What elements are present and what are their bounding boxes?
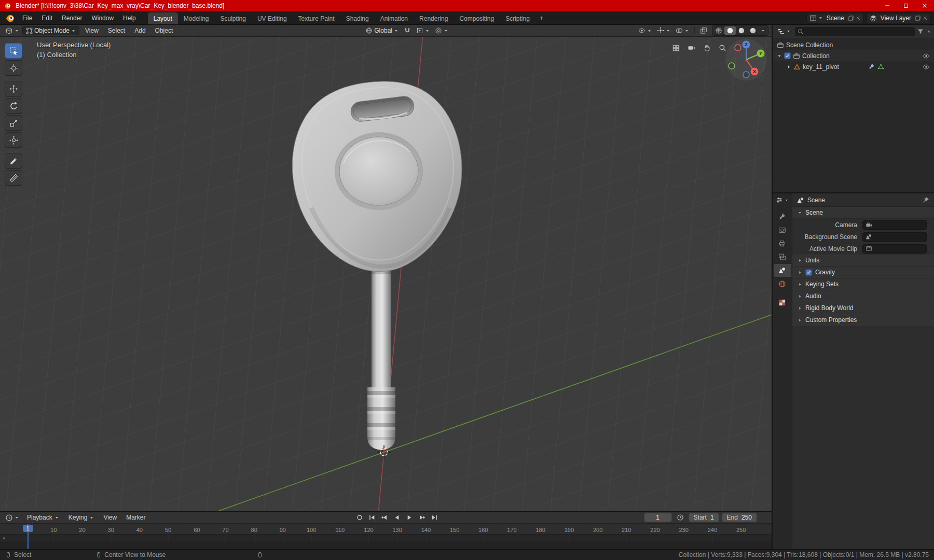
section-units[interactable]: Units (792, 255, 934, 267)
play-button[interactable] (404, 513, 415, 522)
tool-scale[interactable] (5, 115, 22, 131)
tab-scripting[interactable]: Scripting (500, 12, 535, 24)
tab-layout[interactable]: Layout (148, 12, 178, 24)
new-scene-button[interactable] (848, 15, 854, 21)
timeline-menu-view[interactable]: View (99, 512, 121, 523)
timeline-menu-marker[interactable]: Marker (121, 512, 150, 523)
add-workspace-button[interactable]: + (535, 12, 547, 24)
collection-visibility-toggle[interactable] (923, 52, 930, 60)
properties-tab-tool[interactable] (774, 210, 791, 223)
filter-icon[interactable] (917, 28, 924, 35)
object-visibility-toggle[interactable] (923, 63, 930, 71)
play-reverse-button[interactable] (391, 513, 403, 522)
menu-edit[interactable]: Edit (37, 13, 57, 23)
current-frame-indicator[interactable]: 1 (23, 525, 33, 532)
object-expand-icon[interactable] (786, 64, 791, 69)
properties-tab-view-layer[interactable] (774, 250, 791, 263)
tab-texture-paint[interactable]: Texture Paint (293, 12, 340, 24)
shading-solid-button[interactable] (724, 26, 736, 35)
menu-render[interactable]: Render (57, 13, 87, 23)
section-scene[interactable]: Scene (792, 207, 934, 219)
collapse-panel-icon[interactable] (926, 29, 931, 34)
snap-toggle[interactable] (402, 26, 413, 35)
object-visibility-dropdown[interactable] (636, 26, 654, 35)
field-active-movie-clip-input[interactable] (862, 244, 927, 254)
shading-material-button[interactable] (736, 26, 747, 35)
outliner-search[interactable] (795, 27, 915, 36)
overlays-dropdown[interactable] (674, 26, 691, 35)
tab-shading[interactable]: Shading (340, 12, 375, 24)
tool-rotate[interactable] (5, 98, 22, 114)
collection-expand-icon[interactable] (777, 53, 782, 59)
viewport-menu-add[interactable]: Add (130, 25, 150, 36)
tab-compositing[interactable]: Compositing (454, 12, 500, 24)
xray-toggle[interactable] (698, 26, 709, 35)
current-frame-field[interactable]: 1 (644, 513, 672, 522)
section-keying-sets[interactable]: Keying Sets (792, 278, 934, 290)
frame-end-field[interactable]: End 250 (722, 513, 757, 522)
transform-orientation-selector[interactable]: Global (363, 26, 401, 35)
tool-move[interactable] (5, 81, 22, 96)
minimize-button[interactable] (878, 0, 897, 11)
section-audio[interactable]: Audio (792, 290, 934, 302)
view-layer-selector[interactable]: View Layer (867, 13, 931, 23)
outliner-search-input[interactable] (806, 28, 912, 35)
proportional-editing-dropdown[interactable] (433, 26, 450, 35)
properties-tab-world[interactable] (774, 277, 791, 290)
next-keyframe-button[interactable] (416, 513, 428, 522)
viewport-menu-select[interactable]: Select (103, 25, 130, 36)
tab-sculpting[interactable]: Sculpting (215, 12, 252, 24)
delete-scene-button[interactable] (856, 16, 861, 21)
previous-keyframe-button[interactable] (379, 513, 390, 522)
properties-tab-texture[interactable] (774, 296, 791, 309)
shading-rendered-button[interactable] (747, 26, 759, 35)
properties-tab-scene[interactable] (774, 264, 791, 277)
tab-rendering[interactable]: Rendering (414, 12, 454, 24)
remove-view-layer-button[interactable] (923, 16, 928, 21)
section-gravity[interactable]: Gravity (792, 267, 934, 278)
blender-logo-icon[interactable] (6, 13, 15, 23)
tool-select-box[interactable] (5, 43, 22, 59)
timeline-editor-type-button[interactable] (3, 513, 21, 523)
tool-annotate[interactable] (5, 153, 22, 169)
shading-options-dropdown[interactable] (759, 28, 767, 34)
timeline-body[interactable]: 1020304050607080901001101201301401501601… (0, 524, 772, 549)
menu-help[interactable]: Help (118, 13, 141, 23)
field-background-scene-input[interactable] (862, 232, 927, 242)
section-custom-properties[interactable]: Custom Properties (792, 314, 934, 326)
timeline-ruler[interactable]: 1020304050607080901001101201301401501601… (0, 524, 772, 535)
scene-selector[interactable]: Scene (806, 13, 864, 23)
section-gravity-checkbox[interactable] (805, 269, 812, 276)
outliner-editor-type-button[interactable] (775, 27, 793, 36)
tool-measure[interactable] (5, 170, 22, 186)
camera-view-button[interactable] (685, 41, 698, 54)
viewport-menu-object[interactable]: Object (150, 25, 178, 36)
tab-uv-editing[interactable]: UV Editing (252, 12, 293, 24)
viewport-menu-view[interactable]: View (80, 25, 103, 36)
pin-icon[interactable] (922, 197, 929, 204)
timeline-track[interactable] (0, 535, 772, 549)
tab-animation[interactable]: Animation (375, 12, 414, 24)
tab-modeling[interactable]: Modeling (178, 12, 215, 24)
new-view-layer-button[interactable] (915, 15, 921, 21)
mode-selector[interactable]: Object Mode (22, 26, 79, 35)
properties-editor-type-button[interactable] (774, 195, 791, 205)
field-camera-input[interactable] (862, 220, 927, 230)
properties-tab-output[interactable] (774, 237, 791, 250)
channels-expand-icon[interactable] (2, 536, 7, 541)
frame-start-field[interactable]: Start 1 (689, 513, 719, 522)
menu-file[interactable]: File (18, 13, 37, 23)
tool-cursor[interactable] (5, 60, 22, 76)
snap-settings-dropdown[interactable] (414, 26, 432, 35)
editor-type-button[interactable] (3, 26, 21, 36)
outliner-row-key-11-pivot[interactable]: key_11_pivot (773, 61, 934, 72)
gizmos-dropdown[interactable] (655, 26, 672, 35)
maximize-button[interactable] (897, 0, 915, 11)
collection-checkbox[interactable] (784, 52, 791, 59)
jump-to-start-button[interactable] (366, 513, 378, 522)
pan-view-button[interactable] (700, 41, 713, 54)
section-rigid-body-world[interactable]: Rigid Body World (792, 302, 934, 314)
jump-to-end-button[interactable] (429, 513, 440, 522)
auto-keyframe-toggle[interactable] (354, 513, 365, 522)
shading-wireframe-button[interactable] (713, 26, 724, 35)
